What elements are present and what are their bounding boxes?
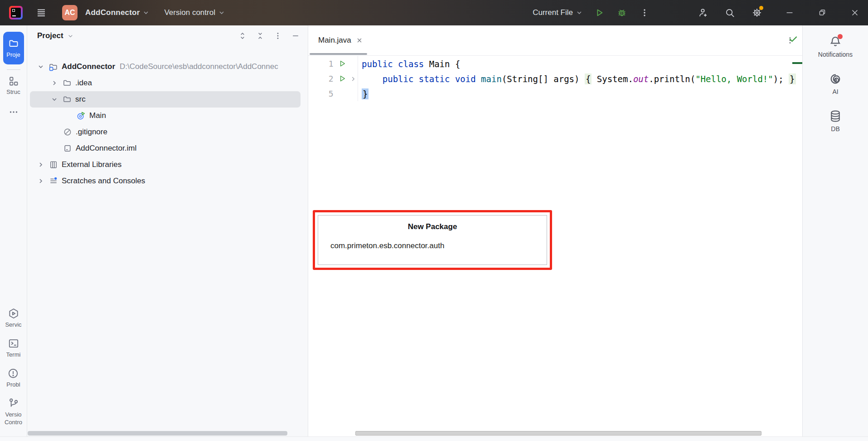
tree-row-external-libraries[interactable]: External Libraries (27, 157, 308, 173)
project-horizontal-scrollbar[interactable] (28, 431, 287, 436)
tree-item-path: D:\CodeSource\esb\addconnector\AddConnec (120, 62, 278, 71)
project-tool-window: Project AddConnector D:\C (27, 25, 308, 436)
close-tab-icon[interactable] (356, 37, 363, 44)
code-content[interactable]: public class Main { public static void m… (358, 56, 802, 101)
sidebar-item-label: DB (831, 125, 839, 132)
sidebar-item-label: Versio (5, 411, 21, 418)
tab-main-java[interactable]: Main.java (308, 25, 370, 55)
tree-item-label: Main (89, 111, 106, 120)
ignored-file-icon (63, 127, 72, 137)
main-menu-button[interactable] (36, 7, 47, 18)
hide-panel-button[interactable] (290, 30, 301, 42)
sidebar-item-label: AI (832, 88, 838, 95)
sidebar-item-project[interactable]: Proje (3, 32, 24, 64)
code-line[interactable]: public static void main(String[] args) {… (362, 71, 802, 86)
tree-row-gitignore[interactable]: .gitignore (27, 124, 308, 140)
sidebar-item-services[interactable]: Servic (5, 308, 21, 328)
restore-icon (817, 8, 827, 18)
debug-button[interactable] (616, 7, 627, 18)
play-icon (594, 8, 604, 18)
sidebar-item-label: Contro (5, 419, 22, 426)
fold-region-button[interactable] (349, 76, 358, 82)
chevron-down-icon[interactable] (50, 96, 59, 103)
tree-row-scratches[interactable]: Scratches and Consoles (27, 173, 308, 189)
sidebar-item-label: Struc (6, 88, 20, 95)
project-name: AddConnector (85, 8, 140, 17)
sidebar-item-label: Notifications (818, 51, 853, 58)
run-line-button[interactable] (336, 59, 349, 68)
settings-button[interactable] (752, 7, 762, 18)
tree-row-project-root[interactable]: AddConnector D:\CodeSource\esb\addconnec… (27, 59, 308, 75)
run-button[interactable] (594, 7, 605, 18)
left-tool-window-stripe: Proje Struc Servic Termi Probl (0, 25, 27, 436)
more-actions-button[interactable] (639, 7, 650, 18)
editor-gutter: 1 2 5 (308, 56, 358, 101)
chevron-down-icon (142, 9, 150, 16)
active-tab-underline (310, 53, 367, 55)
tree-item-label: Scratches and Consoles (62, 176, 145, 186)
libraries-icon (48, 160, 58, 169)
tree-row-src[interactable]: src (30, 91, 301, 108)
tree-item-label: .idea (75, 78, 92, 88)
close-window-button[interactable] (849, 7, 860, 18)
sidebar-item-label: Servic (5, 321, 21, 328)
project-avatar: AC (62, 5, 78, 20)
project-widget[interactable]: AC AddConnector (47, 5, 150, 20)
vcs-widget[interactable]: Version control (164, 8, 225, 17)
sidebar-item-notifications[interactable]: Notifications (818, 35, 853, 58)
chevron-right-icon[interactable] (50, 79, 59, 87)
close-icon (850, 8, 860, 18)
tree-row-iml-file[interactable]: AddConnector.iml (27, 140, 308, 157)
chevron-right-icon[interactable] (36, 161, 45, 168)
inspections-ok-widget[interactable] (788, 34, 799, 44)
java-class-icon (76, 111, 86, 121)
panel-options-button[interactable] (272, 30, 284, 42)
code-line[interactable]: public class Main { (362, 56, 802, 71)
line-number: 1 (308, 59, 333, 69)
chevron-right-icon[interactable] (36, 177, 45, 185)
more-tool-windows-button[interactable] (9, 107, 19, 117)
sidebar-item-version-control[interactable]: Versio Contro (5, 397, 22, 426)
window-bottom-edge (0, 436, 868, 441)
project-folder-icon (48, 62, 58, 72)
tree-row-idea[interactable]: .idea (27, 75, 308, 91)
run-line-button[interactable] (336, 74, 349, 83)
sidebar-item-label: Probl (6, 381, 20, 388)
search-everywhere-button[interactable] (724, 7, 735, 18)
kebab-menu-icon (640, 8, 649, 17)
restore-window-button[interactable] (817, 7, 828, 18)
sidebar-item-database[interactable]: DB (829, 109, 842, 132)
intellij-logo-icon (9, 6, 23, 20)
tree-row-main-class[interactable]: Main (27, 108, 308, 124)
minimize-window-button[interactable] (784, 7, 795, 18)
project-tree: AddConnector D:\CodeSource\esb\addconnec… (27, 46, 308, 189)
sidebar-item-terminal[interactable]: Termi (6, 338, 21, 358)
editor-horizontal-scrollbar[interactable] (355, 431, 761, 436)
run-configuration-widget[interactable]: Current File (533, 8, 583, 17)
expand-all-icon (238, 31, 247, 40)
chevron-down-icon[interactable] (67, 33, 74, 39)
settings-notification-dot (759, 6, 763, 10)
project-panel-header: Project (27, 25, 308, 46)
problems-icon (7, 368, 19, 379)
collapse-all-icon (256, 31, 265, 40)
chevron-right-icon (350, 76, 356, 82)
code-line[interactable]: } (362, 86, 802, 101)
expand-all-button[interactable] (237, 30, 248, 42)
collapse-all-button[interactable] (254, 30, 266, 42)
search-icon (725, 8, 735, 18)
package-name-input[interactable]: com.primeton.esb.connector.auth (330, 241, 547, 250)
chevron-down-icon[interactable] (36, 63, 45, 70)
code-with-me-button[interactable] (697, 7, 708, 18)
run-gutter-icon (338, 74, 347, 83)
sidebar-item-problems[interactable]: Probl (6, 368, 20, 388)
sidebar-item-label: Proje (6, 51, 20, 58)
sidebar-item-structure[interactable]: Struc (6, 76, 20, 95)
checkmark-icon (788, 34, 799, 44)
tree-item-label: External Libraries (62, 160, 121, 169)
services-icon (8, 308, 19, 319)
sidebar-item-ai-assistant[interactable]: AI (829, 72, 842, 95)
analysis-green-marker (792, 62, 802, 64)
hamburger-icon (36, 7, 47, 18)
vcs-widget-label: Version control (164, 8, 215, 17)
